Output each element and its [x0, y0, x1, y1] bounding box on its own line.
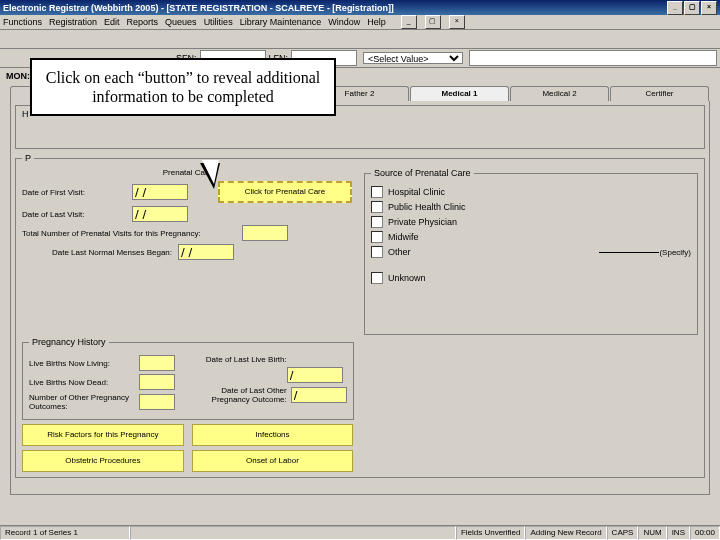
menu-functions[interactable]: Functions — [3, 17, 42, 27]
toolbar — [0, 30, 720, 49]
chk-midwife[interactable] — [371, 231, 383, 243]
tool-3[interactable] — [41, 31, 59, 47]
tab-certifier[interactable]: Certifier — [610, 86, 709, 101]
tool-2[interactable] — [22, 31, 40, 47]
menu-utilities[interactable]: Utilities — [204, 17, 233, 27]
chk-private[interactable] — [371, 216, 383, 228]
prenatal-care-label: Prenatal Care* — [22, 168, 356, 177]
menu-window[interactable]: Window — [328, 17, 360, 27]
first-visit-label: Date of First Visit: — [22, 188, 132, 197]
tool-1[interactable] — [3, 31, 21, 47]
close-button[interactable]: × — [701, 1, 717, 15]
pregnancy-history-fieldset: Pregnancy History Live Births Now Living… — [22, 337, 354, 420]
status-ins: INS — [667, 526, 690, 540]
tool-5[interactable] — [79, 31, 97, 47]
lbl-other: Other — [388, 247, 411, 257]
menu-queues[interactable]: Queues — [165, 17, 197, 27]
total-visits-label: Total Number of Prenatal Visits for this… — [22, 229, 242, 238]
status-caps: CAPS — [607, 526, 639, 540]
total-visits-input[interactable] — [242, 225, 288, 241]
mon-label: MON: — [6, 71, 30, 81]
status-bar: Record 1 of Series 1 Fields Unverified A… — [0, 525, 720, 540]
specify-label: (Specify) — [659, 248, 691, 257]
menu-help[interactable]: Help — [367, 17, 386, 27]
other-outcomes-input[interactable] — [139, 394, 175, 410]
tab-medical2[interactable]: Medical 2 — [510, 86, 609, 101]
last-menses-input[interactable] — [178, 244, 234, 260]
last-visit-input[interactable] — [132, 206, 188, 222]
callout-tail-fill — [202, 160, 219, 184]
menu-edit[interactable]: Edit — [104, 17, 120, 27]
other-outcomes-label: Number of Other Pregnancy Outcomes: — [29, 393, 139, 411]
live-living-input[interactable] — [139, 355, 175, 371]
minimize-button[interactable]: _ — [667, 1, 683, 15]
mdi-min-button[interactable]: _ — [401, 15, 417, 29]
tab-panel: H P Prenatal Care* Date of First Visit: … — [10, 101, 710, 495]
tool-7[interactable] — [117, 31, 135, 47]
live-living-label: Live Births Now Living: — [29, 359, 139, 368]
mdi-max-button[interactable]: ▢ — [425, 15, 441, 29]
last-visit-label: Date of Last Visit: — [22, 210, 132, 219]
lbl-public: Public Health Clinic — [388, 202, 466, 212]
menu-library[interactable]: Library Maintenance — [240, 17, 322, 27]
lbl-unknown: Unknown — [388, 273, 426, 283]
group-p-legend: P — [22, 153, 34, 163]
infections-button[interactable]: Infections — [192, 424, 354, 446]
click-prenatal-button[interactable]: Click for Prenatal Care — [218, 181, 352, 203]
lbl-hospital: Hospital Clinic — [388, 187, 445, 197]
chk-unknown[interactable] — [371, 272, 383, 284]
source-legend: Source of Prenatal Care — [371, 168, 474, 178]
lbl-private: Private Physician — [388, 217, 457, 227]
search-select[interactable]: <Select Value> — [363, 52, 463, 64]
last-menses-label: Date Last Normal Menses Began: — [22, 248, 178, 257]
tab-medical1[interactable]: Medical 1 — [410, 86, 509, 101]
menu-bar: Functions Registration Edit Reports Queu… — [0, 15, 720, 30]
instruction-callout: Click on each “button” to reveal additio… — [30, 58, 336, 116]
date-last-outcome-label: Date of Last Other Pregnancy Outcome: — [187, 386, 291, 404]
menu-reports[interactable]: Reports — [127, 17, 159, 27]
title-bar: Electronic Registrar (Webbirth 2005) - [… — [0, 0, 720, 15]
tool-4[interactable] — [60, 31, 78, 47]
chk-other[interactable] — [371, 246, 383, 258]
lbl-midwife: Midwife — [388, 232, 419, 242]
live-dead-label: Live Births Now Dead: — [29, 378, 139, 387]
source-prenatal-fieldset: Source of Prenatal Care Hospital Clinic … — [364, 168, 698, 335]
window-title: Electronic Registrar (Webbirth 2005) - [… — [3, 3, 394, 13]
preg-hist-legend: Pregnancy History — [29, 337, 109, 347]
date-last-birth-input[interactable] — [287, 367, 343, 383]
search-text[interactable] — [469, 50, 717, 66]
tool-8[interactable] — [136, 31, 154, 47]
live-dead-input[interactable] — [139, 374, 175, 390]
status-record: Record 1 of Series 1 — [0, 526, 130, 540]
status-num: NUM — [638, 526, 666, 540]
chk-hospital[interactable] — [371, 186, 383, 198]
mdi-close-button[interactable]: × — [449, 15, 465, 29]
menu-registration[interactable]: Registration — [49, 17, 97, 27]
group-p: P Prenatal Care* Date of First Visit: Cl… — [15, 153, 705, 478]
group-h-legend: H — [22, 109, 29, 119]
specify-line[interactable] — [599, 252, 659, 253]
status-view: Adding New Record — [525, 526, 606, 540]
risk-factors-button[interactable]: Risk Factors for this Pregnancy — [22, 424, 184, 446]
onset-labor-button[interactable]: Onset of Labor — [192, 450, 354, 472]
obstetric-button[interactable]: Obstetric Procedures — [22, 450, 184, 472]
maximize-button[interactable]: ▢ — [684, 1, 700, 15]
tool-6[interactable] — [98, 31, 116, 47]
chk-public[interactable] — [371, 201, 383, 213]
first-visit-input[interactable] — [132, 184, 188, 200]
date-last-outcome-input[interactable] — [291, 387, 347, 403]
date-last-birth-label: Date of Last Live Birth: — [187, 355, 291, 364]
status-unverified: Fields Unverified — [456, 526, 526, 540]
status-time: 00:00 — [690, 526, 720, 540]
